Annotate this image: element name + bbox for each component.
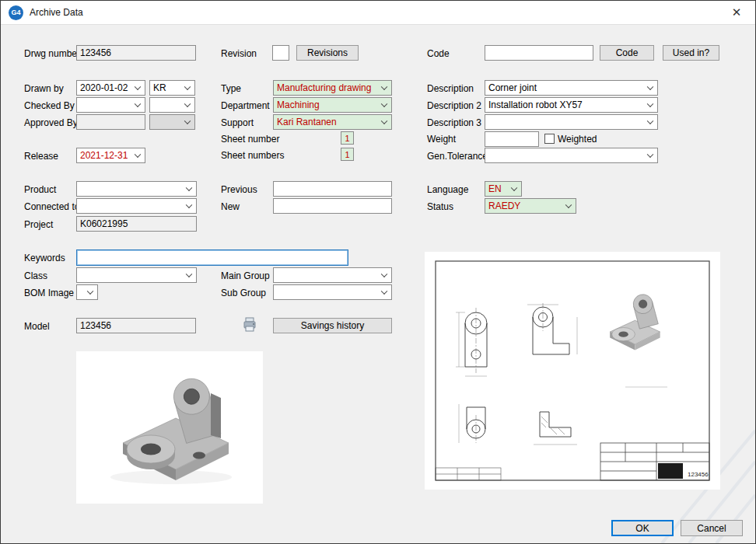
chevron-down-icon — [381, 118, 387, 124]
drawn-by-date-combo[interactable]: 2020-01-02 — [76, 80, 145, 96]
cancel-button[interactable]: Cancel — [681, 520, 743, 536]
bom-image-label: BOM Image — [24, 288, 74, 298]
class-label: Class — [24, 270, 47, 281]
savings-history-button[interactable]: Savings history — [273, 318, 392, 333]
approved-by-field[interactable] — [76, 114, 145, 130]
description3-label: Description 3 — [427, 117, 481, 128]
department-label: Department — [221, 100, 270, 111]
sheet-numbers-field[interactable]: 1 — [341, 148, 354, 161]
drawn-by-initials-value: KR — [153, 82, 166, 93]
new-label: New — [221, 201, 240, 212]
project-value: K06021995 — [80, 218, 128, 229]
code-label: Code — [427, 48, 450, 59]
chevron-down-icon — [511, 185, 517, 191]
approved-by-combo[interactable] — [149, 114, 195, 130]
chevron-down-icon — [647, 152, 653, 158]
chevron-down-icon — [647, 84, 653, 90]
drawn-by-label: Drawn by — [24, 83, 64, 94]
keywords-label: Keywords — [24, 253, 65, 263]
chevron-down-icon — [381, 271, 387, 277]
code-field[interactable] — [485, 45, 593, 61]
chevron-down-icon — [647, 118, 653, 124]
chevron-down-icon — [381, 101, 387, 107]
support-combo[interactable]: Kari Rantanen — [273, 114, 392, 130]
description3-combo[interactable] — [485, 114, 658, 130]
close-icon[interactable]: ✕ — [726, 5, 747, 19]
language-value: EN — [488, 183, 502, 194]
description2-value: Installation robot XY57 — [488, 99, 583, 110]
weighted-label: Weighted — [558, 134, 597, 145]
product-combo[interactable] — [76, 181, 197, 197]
weight-label: Weight — [427, 134, 456, 145]
sheet-number-field[interactable]: 1 — [341, 131, 354, 145]
sheet-numbers-value: 1 — [345, 150, 349, 159]
engineering-drawing: 123456 — [425, 252, 720, 490]
chevron-down-icon — [565, 202, 572, 208]
checked-by-label: Checked By — [24, 100, 75, 111]
weighted-checkbox[interactable] — [544, 134, 555, 144]
model-field[interactable]: 123456 — [76, 318, 196, 333]
checked-by-date-combo[interactable] — [76, 97, 145, 113]
description-label: Description — [427, 83, 474, 94]
previous-label: Previous — [221, 184, 257, 195]
weight-field[interactable] — [485, 131, 539, 147]
main-group-combo[interactable] — [273, 267, 392, 283]
sub-group-label: Sub Group — [221, 288, 266, 298]
release-value: 2021-12-31 — [80, 150, 128, 161]
part-3d-image — [76, 351, 263, 504]
model-label: Model — [24, 321, 50, 332]
chevron-down-icon — [647, 101, 653, 107]
drwg-number-value: 123456 — [80, 47, 111, 58]
chevron-down-icon — [135, 101, 141, 107]
connected-to-combo[interactable] — [76, 198, 197, 214]
status-label: Status — [427, 201, 453, 212]
description2-combo[interactable]: Installation robot XY57 — [485, 97, 658, 113]
checked-by-initials-combo[interactable] — [149, 97, 195, 113]
drawing-number-text: 123456 — [688, 471, 709, 478]
drwg-number-field[interactable]: 123456 — [76, 45, 196, 61]
connected-to-label: Connected to — [24, 201, 79, 212]
description2-label: Description 2 — [427, 100, 481, 111]
project-field[interactable]: K06021995 — [76, 216, 197, 232]
department-combo[interactable]: Machining — [273, 97, 392, 113]
description-value: Corner joint — [488, 82, 537, 93]
chevron-down-icon — [381, 288, 387, 295]
release-combo[interactable]: 2021-12-31 — [76, 148, 145, 163]
project-label: Project — [24, 219, 53, 230]
drawing-image: 123456 — [425, 252, 720, 490]
ok-button[interactable]: OK — [611, 520, 674, 536]
class-combo[interactable] — [76, 267, 197, 283]
revision-field[interactable] — [272, 45, 289, 61]
type-combo[interactable]: Manufacturing drawing — [273, 80, 392, 96]
sheet-number-value: 1 — [345, 134, 349, 143]
previous-field[interactable] — [273, 181, 392, 197]
used-in-button[interactable]: Used in? — [663, 45, 719, 61]
chevron-down-icon — [87, 288, 93, 295]
chevron-down-icon — [184, 84, 191, 90]
drawn-by-initials-combo[interactable]: KR — [149, 80, 195, 96]
main-group-label: Main Group — [221, 270, 270, 281]
keywords-input[interactable] — [76, 249, 348, 266]
gen-tolerances-label: Gen.Tolerances — [427, 151, 492, 162]
drawn-by-date-value: 2020-01-02 — [80, 82, 128, 93]
new-field[interactable] — [273, 198, 392, 214]
status-combo[interactable]: RAEDY — [485, 198, 576, 214]
type-value: Manufacturing drawing — [277, 82, 371, 93]
release-label: Release — [24, 151, 58, 162]
chevron-down-icon — [184, 101, 191, 107]
print-icon[interactable] — [242, 316, 257, 333]
bom-image-combo[interactable] — [76, 284, 98, 300]
sub-group-combo[interactable] — [273, 284, 392, 300]
language-label: Language — [427, 184, 468, 195]
gen-tolerances-combo[interactable] — [485, 148, 658, 163]
department-value: Machining — [277, 99, 320, 110]
chevron-down-icon — [135, 152, 141, 158]
code-button[interactable]: Code — [600, 45, 654, 61]
description-combo[interactable]: Corner joint — [485, 80, 658, 96]
revision-label: Revision — [221, 48, 257, 59]
language-combo[interactable]: EN — [485, 181, 522, 197]
chevron-down-icon — [381, 84, 387, 90]
revisions-button[interactable]: Revisions — [296, 45, 359, 61]
window-title: Archive Data — [30, 7, 83, 18]
product-label: Product — [24, 184, 56, 195]
